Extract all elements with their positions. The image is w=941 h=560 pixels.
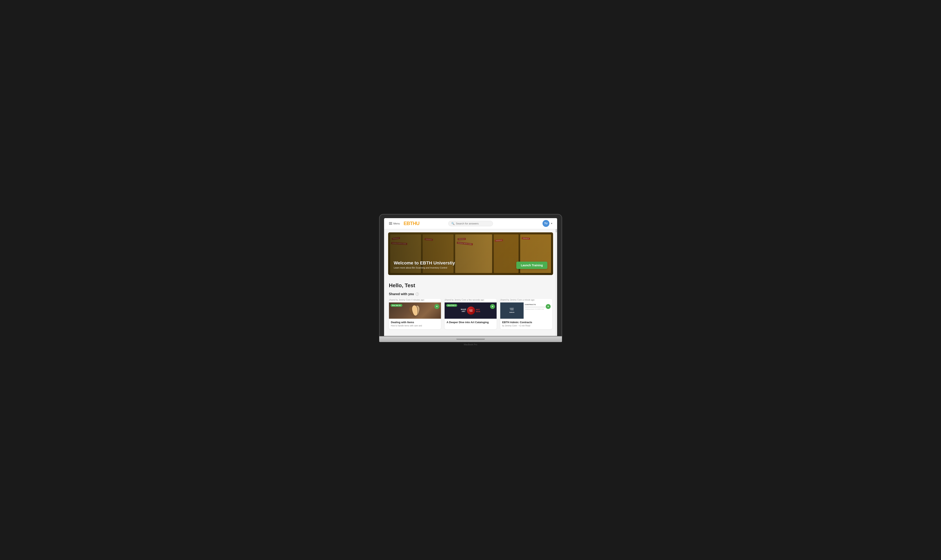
search-bar[interactable]: 🔍 — [448, 221, 493, 226]
contracts-logo-text: EVERYTHING — [510, 308, 514, 311]
card-title-1: Dealing with Items — [391, 321, 439, 324]
laptop-screen-inner: Menu EBTHU 🔍 TU ▾ — [384, 218, 557, 336]
shared-by-3: Shared by Jeremy Conn a minute ago: — [500, 299, 552, 301]
contracts-admin-text: Admin — [509, 311, 515, 313]
art-circle: EVERYTHING — [467, 306, 475, 315]
hero-banner: FRAGILE HANDLE WITH CARE FRAGILE FRAGILE… — [388, 232, 553, 275]
card-desc-3: by Jeremy Conn · <1 min Read — [502, 325, 550, 327]
shared-by-2: Shared by Jeremy Conn a few seconds ago: — [444, 299, 497, 301]
contracts-thumbnail: EVERYTHING Admin CONTRACTS Containing co… — [500, 302, 552, 319]
card-desc-1: How to handle items with care and — [391, 325, 439, 327]
due-date-badge-2: Due Feb 4 — [446, 304, 457, 307]
launch-training-button[interactable]: Launch Training — [516, 262, 547, 269]
hamburger-icon — [389, 222, 392, 225]
card-body-2: A Deeper Dive into Art Cataloging — [444, 319, 497, 326]
card-title-2: A Deeper Dive into Art Cataloging — [447, 321, 495, 324]
card-body-3: EBTH Admin: Contracts by Jeremy Conn · <… — [500, 319, 552, 329]
card-dealing-with-items[interactable]: Shared by Jeremy Conn 4 minutes ago: Due… — [389, 299, 441, 329]
nav-right: TU ▾ — [543, 220, 552, 227]
avatar-initials: TU — [544, 222, 547, 225]
navbar: Menu EBTHU 🔍 TU ▾ — [384, 218, 557, 229]
card-thumbnail-3: EVERYTHING Admin CONTRACTS Containing co… — [500, 302, 552, 319]
card-body-1: Dealing with Items How to handle items w… — [389, 319, 441, 329]
logo-accent: U — [416, 221, 419, 226]
cards-row: Shared by Jeremy Conn 4 minutes ago: Due… — [389, 299, 552, 329]
laptop-notch — [457, 338, 485, 340]
search-icon: 🔍 — [451, 222, 455, 225]
card-contracts[interactable]: Shared by Jeremy Conn a minute ago: EVER… — [500, 299, 552, 329]
main-content: Hello, Test Shared with you i Shared by … — [384, 278, 557, 333]
star-button-2[interactable]: ★ — [490, 304, 495, 309]
contracts-left-panel: EVERYTHING Admin — [500, 302, 524, 319]
info-icon[interactable]: i — [415, 292, 419, 296]
art-circle-text: EVERYTHING — [469, 309, 473, 312]
contracts-search-bar — [525, 306, 546, 308]
logo[interactable]: EBTHU — [404, 221, 420, 226]
card-thumbnail-1: Due Jan 31 ★ — [389, 302, 441, 319]
section-title-text: Shared with you — [389, 292, 414, 296]
art-war-text: NOTWAR — [476, 309, 480, 312]
laptop-screen-outer: Menu EBTHU 🔍 TU ▾ — [379, 214, 562, 336]
laptop-base — [379, 336, 562, 342]
scrollbar-track[interactable] — [555, 218, 557, 336]
chevron-down-icon[interactable]: ▾ — [551, 222, 552, 225]
card-title-3: EBTH Admin: Contracts — [502, 321, 550, 324]
section-title: Shared with you i — [389, 292, 552, 296]
card-thumbnail-2: MAKEART EVERYTHING NOTWAR Due Feb 4 ★ — [444, 302, 497, 319]
app-wrapper[interactable]: Menu EBTHU 🔍 TU ▾ — [384, 218, 557, 336]
search-input[interactable] — [456, 222, 490, 225]
menu-label: Menu — [394, 222, 400, 225]
star-button-1[interactable]: ★ — [434, 304, 439, 309]
laptop-frame: Menu EBTHU 🔍 TU ▾ — [379, 214, 562, 346]
art-make-text: MAKEART — [461, 309, 466, 312]
menu-button[interactable]: Menu — [389, 222, 400, 225]
due-date-badge-1: Due Jan 31 — [391, 304, 402, 307]
card-art-cataloging[interactable]: Shared by Jeremy Conn a few seconds ago:… — [444, 299, 497, 329]
laptop-label: MacBook Pro — [379, 343, 562, 346]
avatar[interactable]: TU — [543, 220, 549, 227]
greeting-text: Hello, Test — [389, 282, 552, 289]
star-button-3[interactable]: ★ — [546, 304, 550, 309]
logo-main: EBTH — [404, 221, 416, 226]
shared-by-1: Shared by Jeremy Conn 4 minutes ago: — [389, 299, 441, 301]
